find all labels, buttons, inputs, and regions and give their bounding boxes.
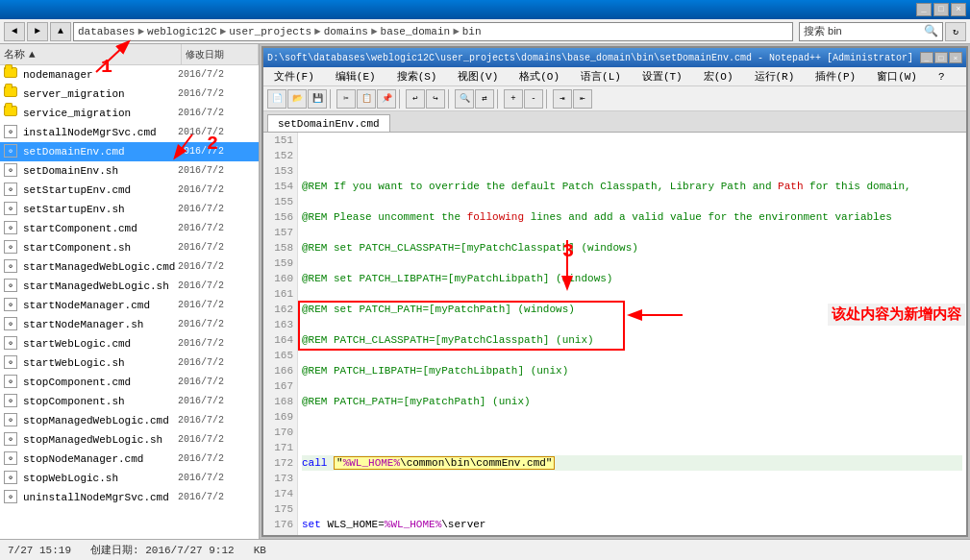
search-icon[interactable]: 🔍 bbox=[924, 24, 938, 38]
list-item[interactable]: ⚙ stopManagedWebLogic.cmd 2016/7/2 bbox=[0, 411, 259, 430]
forward-button[interactable]: ► bbox=[27, 22, 48, 41]
menu-run[interactable]: 运行(R) bbox=[748, 66, 802, 86]
list-item-selected[interactable]: ⚙ setDomainEnv.cmd 2016/7/2 bbox=[0, 142, 259, 161]
tb-zoom-out[interactable]: - bbox=[524, 89, 543, 109]
address-bar[interactable]: databases ► weblogic12C ► user_projects … bbox=[73, 22, 793, 41]
cmd-icon: ⚙ bbox=[4, 490, 19, 505]
cmd-icon: ⚙ bbox=[4, 259, 19, 275]
tb-indent[interactable]: ⇥ bbox=[553, 89, 572, 109]
list-item[interactable]: ⚙ setDomainEnv.sh 2016/7/2 bbox=[0, 161, 259, 181]
list-item[interactable]: ⚙ setStartupEnv.sh 2016/7/2 bbox=[0, 200, 259, 219]
menu-plugins[interactable]: 插件(P) bbox=[808, 66, 862, 86]
list-item[interactable]: ⚙ stopComponent.sh 2016/7/2 bbox=[0, 392, 259, 411]
list-item[interactable]: ⚙ startWebLogic.sh 2016/7/2 bbox=[0, 353, 259, 373]
cmd-icon: ⚙ bbox=[4, 336, 19, 352]
list-item[interactable]: ⚙ startManagedWebLogic.sh 2016/7/2 bbox=[0, 277, 259, 296]
list-item[interactable]: server_migration 2016/7/2 bbox=[0, 85, 259, 104]
notepad-menubar: 文件(F) 编辑(E) 搜索(S) 视图(V) 格式(O) 语言(L) 设置(T… bbox=[263, 67, 966, 86]
tb-zoom-in[interactable]: + bbox=[504, 89, 523, 109]
np-minimize-button[interactable]: _ bbox=[920, 52, 933, 63]
toolbar-separator bbox=[330, 89, 334, 109]
tb-find[interactable]: 🔍 bbox=[455, 89, 474, 109]
code-line bbox=[302, 148, 962, 163]
np-close-button[interactable]: × bbox=[949, 52, 962, 63]
cmd-icon: ⚙ bbox=[4, 183, 19, 198]
main-container: 名称 ▲ 修改日期 nodemanager 2016/7/2 server_mi… bbox=[0, 44, 970, 539]
refresh-button[interactable]: ↻ bbox=[945, 22, 966, 41]
list-item[interactable]: ⚙ uninstallNodeMgrSvc.cmd 2016/7/2 bbox=[0, 488, 259, 507]
list-item[interactable]: ⚙ stopNodeManager.cmd 2016/7/2 bbox=[0, 450, 259, 469]
notepad-title: D:\soft\databases\weblogic12C\user_proje… bbox=[267, 53, 913, 63]
tb-open[interactable]: 📂 bbox=[287, 89, 307, 109]
list-item[interactable]: ⚙ startNodeManager.sh 2016/7/2 bbox=[0, 315, 259, 334]
cmd-icon: ⚙ bbox=[4, 394, 19, 409]
bc-weblogic12c[interactable]: weblogic12C bbox=[147, 26, 217, 37]
tb-outdent[interactable]: ⇤ bbox=[573, 89, 592, 109]
list-item[interactable]: ⚙ startComponent.sh 2016/7/2 bbox=[0, 238, 259, 257]
menu-macro[interactable]: 宏(O) bbox=[697, 66, 740, 86]
tab-label: setDomainEnv.cmd bbox=[278, 118, 380, 130]
cmd-icon: ⚙ bbox=[4, 125, 19, 140]
list-item[interactable]: ⚙ startWebLogic.cmd 2016/7/2 bbox=[0, 334, 259, 353]
menu-file[interactable]: 文件(F) bbox=[267, 66, 321, 86]
file-panel: 名称 ▲ 修改日期 nodemanager 2016/7/2 server_mi… bbox=[0, 44, 260, 539]
menu-view[interactable]: 视图(V) bbox=[451, 66, 505, 86]
code-line: @REM set PATCH_CLASSPATH=[myPatchClasspa… bbox=[302, 240, 962, 256]
tb-copy[interactable]: 📋 bbox=[357, 89, 376, 109]
code-line: @REM PATCH_PATH=[myPatchPath] (unix) bbox=[302, 394, 962, 409]
col-header-name[interactable]: 名称 ▲ bbox=[0, 44, 182, 64]
list-item[interactable]: ⚙ stopComponent.cmd 2016/7/2 bbox=[0, 373, 259, 392]
folder-icon bbox=[4, 67, 19, 83]
cmd-icon: ⚙ bbox=[4, 144, 19, 159]
status-created: 创建日期: 2016/7/27 9:12 bbox=[90, 543, 235, 557]
explorer-toolbar: ◄ ► ▲ databases ► weblogic12C ► user_pro… bbox=[0, 19, 970, 44]
list-item[interactable]: ⚙ startNodeManager.cmd 2016/7/2 bbox=[0, 296, 259, 315]
list-item[interactable]: ⚙ installNodeMgrSvc.cmd 2016/7/2 bbox=[0, 123, 259, 142]
col-header-date[interactable]: 修改日期 bbox=[182, 44, 259, 64]
menu-language[interactable]: 语言(L) bbox=[574, 66, 628, 86]
toolbar-separator bbox=[546, 89, 550, 109]
menu-format[interactable]: 格式(O) bbox=[512, 66, 566, 86]
menu-help[interactable]: ? bbox=[932, 68, 952, 85]
tb-cut[interactable]: ✂ bbox=[336, 89, 356, 109]
tb-paste[interactable]: 📌 bbox=[377, 89, 396, 109]
bc-user-projects[interactable]: user_projects bbox=[229, 26, 311, 37]
tb-replace[interactable]: ⇄ bbox=[475, 89, 494, 109]
list-item[interactable]: ⚙ startComponent.cmd 2016/7/2 bbox=[0, 219, 259, 238]
menu-search[interactable]: 搜索(S) bbox=[390, 66, 444, 86]
code-content[interactable]: @REM If you want to override the default… bbox=[298, 133, 966, 535]
search-box[interactable]: 🔍 bbox=[799, 22, 943, 41]
tb-new[interactable]: 📄 bbox=[267, 89, 286, 109]
list-item[interactable]: service_migration 2016/7/2 bbox=[0, 104, 259, 123]
folder-icon bbox=[4, 106, 19, 121]
up-button[interactable]: ▲ bbox=[50, 22, 71, 41]
tab-setdomainenv[interactable]: setDomainEnv.cmd bbox=[267, 114, 390, 132]
menu-window[interactable]: 窗口(W) bbox=[870, 66, 924, 86]
close-button[interactable]: × bbox=[951, 3, 966, 16]
code-editor[interactable]: 151 152 153 154 155 156 157 158 159 160 … bbox=[263, 133, 966, 535]
bc-databases[interactable]: databases bbox=[78, 26, 135, 37]
list-item[interactable]: ⚙ stopWebLogic.sh 2016/7/2 bbox=[0, 469, 259, 488]
code-line: @REM set PATCH_LIBPATH=[myPatchLibpath] … bbox=[302, 271, 962, 286]
np-maximize-button[interactable]: □ bbox=[934, 52, 948, 63]
back-button[interactable]: ◄ bbox=[4, 22, 25, 41]
maximize-button[interactable]: □ bbox=[933, 3, 949, 16]
notepad-tabs: setDomainEnv.cmd bbox=[263, 111, 966, 133]
bc-domains[interactable]: domains bbox=[324, 26, 368, 37]
bc-base-domain[interactable]: base_domain bbox=[381, 26, 451, 37]
list-item[interactable]: ⚙ setStartupEnv.cmd 2016/7/2 bbox=[0, 181, 259, 200]
search-input[interactable] bbox=[804, 26, 924, 37]
breadcrumb: databases ► weblogic12C ► user_projects … bbox=[78, 26, 482, 37]
list-item[interactable]: ⚙ startManagedWebLogic.cmd 2016/7/2 bbox=[0, 257, 259, 277]
toolbar-separator bbox=[448, 89, 452, 109]
tb-undo[interactable]: ↩ bbox=[406, 89, 425, 109]
bc-bin[interactable]: bin bbox=[462, 26, 482, 37]
menu-edit[interactable]: 编辑(E) bbox=[329, 66, 383, 86]
tb-save[interactable]: 💾 bbox=[308, 89, 327, 109]
tb-redo[interactable]: ↪ bbox=[426, 89, 445, 109]
code-line: set WLS_HOME=%WL_HOME%\server bbox=[302, 517, 962, 532]
menu-settings[interactable]: 设置(T) bbox=[635, 66, 689, 86]
minimize-button[interactable]: _ bbox=[916, 3, 932, 16]
list-item[interactable]: ⚙ stopManagedWebLogic.sh 2016/7/2 bbox=[0, 430, 259, 450]
list-item[interactable]: nodemanager 2016/7/2 bbox=[0, 65, 259, 85]
